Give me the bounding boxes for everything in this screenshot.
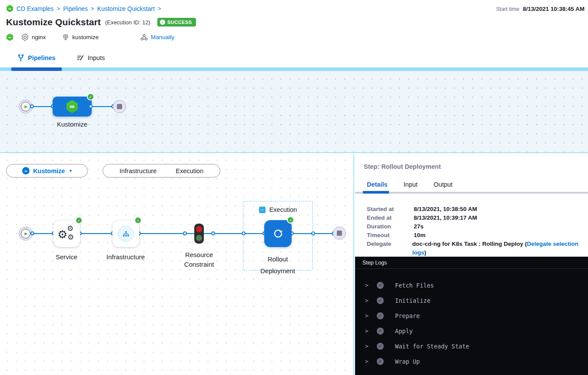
step-node-infrastructure[interactable]: ✓ bbox=[113, 221, 139, 247]
connector-dot bbox=[30, 104, 34, 108]
expand-chevron-icon[interactable]: > bbox=[365, 358, 371, 365]
breadcrumb-separator: > bbox=[57, 5, 60, 12]
detail-row-timeout: Timeout 10m bbox=[367, 231, 588, 240]
step-node-rollout-deployment[interactable]: ✓ bbox=[264, 220, 292, 247]
log-success-icon: ✓ bbox=[377, 343, 384, 350]
breadcrumb-cd-examples[interactable]: CD Examples bbox=[17, 5, 54, 12]
execution-end-node bbox=[333, 227, 346, 240]
webhook-trigger-icon bbox=[140, 33, 148, 41]
breadcrumb-pipelines[interactable]: Pipelines bbox=[63, 5, 88, 12]
breadcrumb-kustomize-quickstart[interactable]: Kustomize Quickstart bbox=[97, 5, 155, 12]
log-row-fetch-files[interactable]: > ✓ Fetch Files bbox=[355, 278, 588, 293]
breadcrumb-separator: > bbox=[158, 5, 161, 12]
toggle-infrastructure[interactable]: Infrastructure bbox=[120, 167, 156, 174]
step-node-resource-constraint[interactable] bbox=[194, 224, 204, 244]
toggle-execution[interactable]: Execution bbox=[176, 167, 203, 174]
play-icon: ▶ bbox=[21, 229, 30, 238]
log-row-prepare[interactable]: > ✓ Prepare bbox=[355, 308, 588, 323]
tab-output[interactable]: Output bbox=[434, 181, 453, 188]
stage-success-badge: ✓ bbox=[87, 93, 94, 100]
tab-pipelines[interactable]: Pipelines bbox=[17, 54, 56, 62]
environment-tag-label: kustomize bbox=[72, 34, 99, 40]
traffic-light-green bbox=[196, 235, 202, 241]
rollout-node-label: Rollout Deployment bbox=[256, 253, 299, 277]
harness-module-tag: ∞ bbox=[6, 33, 13, 41]
tab-inputs[interactable]: Inputs bbox=[76, 54, 105, 61]
detail-value: 10m bbox=[414, 231, 425, 240]
log-rows: > ✓ Fetch Files > ✓ Initialize > ✓ Prepa… bbox=[355, 269, 588, 369]
step-node-service[interactable]: ⚙⚙⚙ ✓ bbox=[53, 221, 80, 247]
detail-value: 27s bbox=[414, 222, 424, 231]
tags-row: ∞ nginx kustomize bbox=[6, 33, 186, 41]
start-time-label: Start time bbox=[496, 6, 519, 12]
breadcrumb: ∞ CD Examples > Pipelines > Kustomize Qu… bbox=[6, 5, 161, 12]
detail-row-started-at: Started at 8/13/2021, 10:38:50 AM bbox=[367, 205, 588, 214]
service-tag-label: nginx bbox=[32, 34, 46, 40]
log-row-apply[interactable]: > ✓ Apply bbox=[355, 323, 588, 338]
page-header: ∞ CD Examples > Pipelines > Kustomize Qu… bbox=[0, 0, 588, 48]
trigger-tag[interactable]: Manually bbox=[140, 33, 174, 41]
tab-details[interactable]: Details bbox=[367, 181, 388, 188]
service-hexagon-icon bbox=[21, 33, 29, 41]
log-row-initialize[interactable]: > ✓ Initialize bbox=[355, 293, 588, 308]
detail-label: Timeout bbox=[367, 231, 414, 240]
tab-inputs-label: Inputs bbox=[88, 54, 105, 61]
breadcrumb-separator: > bbox=[91, 5, 94, 12]
detail-row-delegate: Delegate doc-cd-ng for K8s Task : Rollin… bbox=[367, 240, 588, 257]
detail-row-ended-at: Ended at 8/13/2021, 10:39:17 AM bbox=[367, 214, 588, 222]
log-row-wait-steady-state[interactable]: > ✓ Wait for Steady State bbox=[355, 338, 588, 354]
resource-constraint-node-label: Resource Constraint bbox=[175, 250, 223, 269]
traffic-light-red bbox=[196, 226, 202, 232]
start-time-value: 8/13/2021 10:38:45 AM bbox=[523, 6, 585, 12]
execution-id: (Execution ID: 12) bbox=[105, 19, 150, 26]
execution-group-label: Execution bbox=[269, 206, 297, 213]
connector-dot bbox=[211, 231, 215, 235]
service-success-badge: ✓ bbox=[75, 217, 83, 224]
stage-label: Kustomize bbox=[48, 121, 96, 128]
execution-canvas[interactable]: ∞ Kustomize ▾ Infrastructure Execution ▶… bbox=[0, 154, 354, 375]
stage-selector-dropdown[interactable]: ∞ Kustomize ▾ bbox=[6, 164, 88, 177]
connector-dot bbox=[30, 231, 34, 235]
log-success-icon: ✓ bbox=[377, 328, 384, 335]
trigger-tag-label: Manually bbox=[151, 34, 174, 40]
service-tag[interactable]: nginx bbox=[21, 33, 46, 41]
detail-label: Delegate bbox=[367, 240, 412, 257]
title-row: Kustomize Quickstart (Execution ID: 12) … bbox=[6, 17, 196, 27]
infrastructure-success-badge: ✓ bbox=[134, 217, 142, 224]
panel-tab-underline bbox=[355, 192, 588, 194]
log-section-label: Fetch Files bbox=[395, 282, 434, 289]
service-node-label: Service bbox=[45, 253, 88, 261]
detail-label: Duration bbox=[367, 222, 414, 231]
log-section-label: Wrap Up bbox=[395, 358, 420, 365]
expand-chevron-icon[interactable]: > bbox=[365, 282, 371, 288]
gears-icon: ⚙⚙⚙ bbox=[53, 221, 80, 247]
tab-input[interactable]: Input bbox=[404, 181, 418, 188]
expand-chevron-icon[interactable]: > bbox=[365, 312, 371, 319]
infrastructure-sitemap-icon bbox=[122, 230, 130, 238]
stop-icon bbox=[117, 104, 122, 109]
connector-dot bbox=[183, 231, 187, 235]
collapse-icon[interactable]: − bbox=[259, 207, 266, 213]
start-time: Start time 8/13/2021 10:38:45 AM bbox=[496, 6, 585, 12]
log-row-wrap-up[interactable]: > ✓ Wrap Up bbox=[355, 354, 588, 369]
step-logs-panel[interactable]: Step Logs > ✓ Fetch Files > ✓ Initialize… bbox=[355, 257, 588, 375]
harness-logo-icon: ∞ bbox=[6, 5, 13, 12]
expand-chevron-icon[interactable]: > bbox=[365, 297, 371, 304]
expand-chevron-icon[interactable]: > bbox=[365, 328, 371, 334]
connector-dot bbox=[89, 104, 93, 108]
stage-node-kustomize[interactable]: ∞ ✓ bbox=[53, 97, 92, 117]
expand-chevron-icon[interactable]: > bbox=[365, 343, 371, 349]
detail-label: Started at bbox=[367, 205, 414, 214]
environment-rack-icon bbox=[62, 34, 69, 41]
detail-value: doc-cd-ng for K8s Task : Rolling Deploy … bbox=[412, 240, 588, 257]
detail-value: 8/13/2021, 10:39:17 AM bbox=[414, 214, 477, 222]
pipeline-stage-canvas[interactable]: ▶ ∞ ✓ Kustomize bbox=[0, 71, 588, 153]
step-panel-title: Step: Rollout Deployment bbox=[364, 163, 588, 170]
stage-selector-label: Kustomize bbox=[33, 167, 65, 174]
stop-icon bbox=[337, 231, 342, 236]
environment-tag[interactable]: kustomize bbox=[62, 34, 99, 41]
stage-selector-icon: ∞ bbox=[22, 167, 30, 174]
log-section-label: Initialize bbox=[395, 297, 430, 304]
pipelines-icon bbox=[17, 54, 24, 62]
step-logs-header: Step Logs bbox=[355, 257, 588, 269]
